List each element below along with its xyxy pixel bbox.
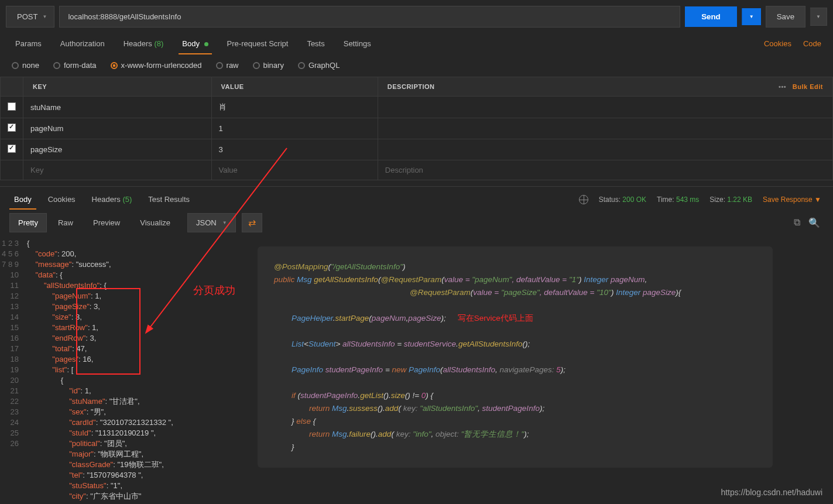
- send-button[interactable]: Send: [685, 6, 737, 27]
- size-label: Size: 1.22 KB: [709, 196, 752, 204]
- tab-pre-request[interactable]: Pre-request Script: [218, 33, 298, 54]
- radio-icon: [216, 62, 223, 69]
- desc-cell[interactable]: [378, 139, 832, 160]
- cookies-link[interactable]: Cookies: [764, 39, 791, 48]
- checkbox[interactable]: [8, 124, 16, 132]
- radio-icon: [53, 62, 60, 69]
- response-tabs: Body Cookies Headers (5) Test Results St…: [0, 187, 833, 210]
- resp-tab-headers[interactable]: Headers (5): [84, 189, 140, 210]
- code-link[interactable]: Code: [803, 39, 821, 48]
- dot-icon: [204, 42, 208, 46]
- params-table: KEY VALUE DESCRIPTION ••• Bulk Edit stuN…: [0, 77, 833, 180]
- wrap-lines-icon[interactable]: ⇄: [242, 213, 262, 232]
- tab-settings[interactable]: Settings: [334, 33, 380, 54]
- line-gutter: 1 2 3 4 5 6 7 8 9 10 11 12 13 14 15 16 1…: [0, 238, 27, 504]
- value-cell[interactable]: 1: [211, 118, 378, 139]
- table-row: pageSize 3: [1, 139, 833, 160]
- resp-tab-body[interactable]: Body: [6, 189, 40, 210]
- view-pretty[interactable]: Pretty: [9, 213, 47, 232]
- tab-body[interactable]: Body: [173, 33, 217, 54]
- time-label: Time: 543 ms: [657, 196, 699, 204]
- response-body[interactable]: 1 2 3 4 5 6 7 8 9 10 11 12 13 14 15 16 1…: [0, 236, 833, 504]
- globe-icon[interactable]: [579, 195, 588, 204]
- tab-authorization[interactable]: Authorization: [51, 33, 114, 54]
- url-input[interactable]: localhost:8888/getAllStudentsInfo: [59, 6, 680, 28]
- code-snippet-overlay: @PostMapping("/getAllStudentsInfo") publ…: [258, 246, 773, 468]
- search-icon[interactable]: 🔍: [808, 217, 820, 228]
- value-cell[interactable]: 肖: [211, 97, 378, 118]
- desc-cell[interactable]: [378, 118, 832, 139]
- save-response-button[interactable]: Save Response ▼: [763, 196, 821, 204]
- method-select[interactable]: POST: [6, 6, 54, 28]
- save-button[interactable]: Save: [766, 6, 805, 28]
- resp-tab-testresults[interactable]: Test Results: [140, 189, 198, 210]
- value-placeholder[interactable]: Value: [211, 160, 378, 180]
- view-visualize[interactable]: Visualize: [131, 213, 179, 232]
- key-placeholder[interactable]: Key: [23, 160, 212, 180]
- status-label: Status: 200 OK: [599, 196, 646, 204]
- table-row: stuName 肖: [1, 97, 833, 118]
- desc-placeholder[interactable]: Description: [378, 160, 832, 180]
- radio-urlencoded[interactable]: x-www-form-urlencoded: [111, 61, 202, 70]
- desc-cell[interactable]: [378, 97, 832, 118]
- table-row: pageNum 1: [1, 118, 833, 139]
- tab-headers[interactable]: Headers (8): [114, 33, 173, 54]
- view-preview[interactable]: Preview: [84, 213, 129, 232]
- bulk-edit-link[interactable]: Bulk Edit: [793, 83, 823, 90]
- method-value: POST: [17, 12, 37, 21]
- radio-form-data[interactable]: form-data: [53, 61, 97, 70]
- response-section: Body Cookies Headers (5) Test Results St…: [0, 186, 833, 504]
- request-bar: POST localhost:8888/getAllStudentsInfo S…: [0, 0, 833, 33]
- checkbox[interactable]: [8, 145, 16, 153]
- tab-params[interactable]: Params: [6, 33, 51, 54]
- value-cell[interactable]: 3: [211, 139, 378, 160]
- col-key: KEY: [23, 77, 212, 97]
- body-type-radios: none form-data x-www-form-urlencoded raw…: [0, 54, 833, 77]
- radio-none[interactable]: none: [12, 61, 39, 70]
- resp-tab-cookies[interactable]: Cookies: [40, 189, 84, 210]
- table-row-new: Key Value Description: [1, 160, 833, 180]
- save-dropdown[interactable]: ▼: [810, 8, 827, 26]
- copy-icon[interactable]: ⧉: [794, 217, 800, 228]
- col-desc: DESCRIPTION ••• Bulk Edit: [378, 77, 832, 97]
- radio-raw[interactable]: raw: [216, 61, 239, 70]
- key-cell[interactable]: stuName: [23, 97, 212, 118]
- col-value: VALUE: [211, 77, 378, 97]
- format-select[interactable]: JSON▼: [187, 213, 236, 232]
- radio-icon: [298, 62, 305, 69]
- watermark: https://blog.csdn.net/haduwi: [721, 488, 822, 497]
- view-raw[interactable]: Raw: [49, 213, 82, 232]
- send-dropdown[interactable]: ▼: [742, 8, 761, 25]
- radio-icon: [253, 62, 260, 69]
- tab-tests[interactable]: Tests: [297, 33, 334, 54]
- request-tabs: Params Authorization Headers (8) Body Pr…: [0, 33, 833, 54]
- radio-icon: [12, 62, 19, 69]
- radio-binary[interactable]: binary: [253, 61, 284, 70]
- radio-icon: [111, 62, 118, 69]
- radio-graphql[interactable]: GraphQL: [298, 61, 340, 70]
- checkbox[interactable]: [8, 102, 16, 111]
- view-mode-tabs: Pretty Raw Preview Visualize JSON▼ ⇄ ⧉ 🔍: [0, 210, 833, 236]
- key-cell[interactable]: pageSize: [23, 139, 212, 160]
- key-cell[interactable]: pageNum: [23, 118, 212, 139]
